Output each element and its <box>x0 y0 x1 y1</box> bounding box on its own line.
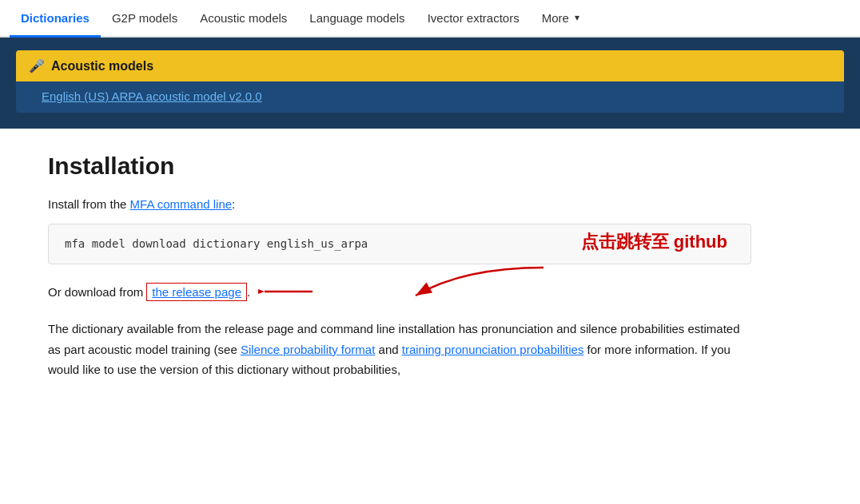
main-content: Installation Install from the MFA comman… <box>0 129 799 404</box>
install-suffix: : <box>232 197 235 211</box>
download-prefix: Or download from <box>48 285 143 299</box>
download-link-box: the release page <box>146 283 247 301</box>
nav-item-ivector[interactable]: Ivector extractors <box>416 0 531 38</box>
nav-item-more[interactable]: More ▾ <box>531 0 591 38</box>
microphone-icon: 🎤 <box>29 58 45 73</box>
nav-item-acoustic[interactable]: Acoustic models <box>189 0 298 38</box>
code-block: mfa model download dictionary english_us… <box>48 224 751 264</box>
training-pronunciation-link[interactable]: training pronunciation probabilities <box>402 343 584 356</box>
banner-section: 🎤 Acoustic models English (US) ARPA acou… <box>0 38 860 129</box>
code-text: mfa model download dictionary english_us… <box>65 237 368 250</box>
nav-item-dictionaries[interactable]: Dictionaries <box>10 0 101 38</box>
nav-bar: Dictionaries G2P models Acoustic models … <box>0 0 860 38</box>
code-annotation-wrapper: mfa model download dictionary english_us… <box>48 224 751 264</box>
nav-item-g2p[interactable]: G2P models <box>101 0 189 38</box>
acoustic-card-header: 🎤 Acoustic models <box>16 50 844 81</box>
mfa-command-line-link[interactable]: MFA command line <box>130 197 233 211</box>
description-text: The dictionary available from the releas… <box>48 319 751 380</box>
installation-title: Installation <box>48 153 751 180</box>
install-prefix: Install from the <box>48 197 130 211</box>
acoustic-model-link[interactable]: English (US) ARPA acoustic model v2.0.0 <box>42 89 262 103</box>
download-suffix: . <box>247 285 250 299</box>
acoustic-card-title: Acoustic models <box>51 59 153 73</box>
more-label: More <box>542 11 569 25</box>
download-arrow-icon <box>258 280 314 303</box>
install-intro-text: Install from the MFA command line: <box>48 197 751 211</box>
acoustic-link-row: English (US) ARPA acoustic model v2.0.0 <box>16 81 844 113</box>
chevron-down-icon: ▾ <box>575 12 579 23</box>
nav-item-language[interactable]: Language models <box>298 0 416 38</box>
silence-probability-link[interactable]: Silence probability format <box>241 343 375 356</box>
download-row: Or download from the release page . <box>48 280 751 303</box>
desc-middle: and <box>375 343 401 356</box>
release-page-link[interactable]: the release page <box>152 285 241 299</box>
